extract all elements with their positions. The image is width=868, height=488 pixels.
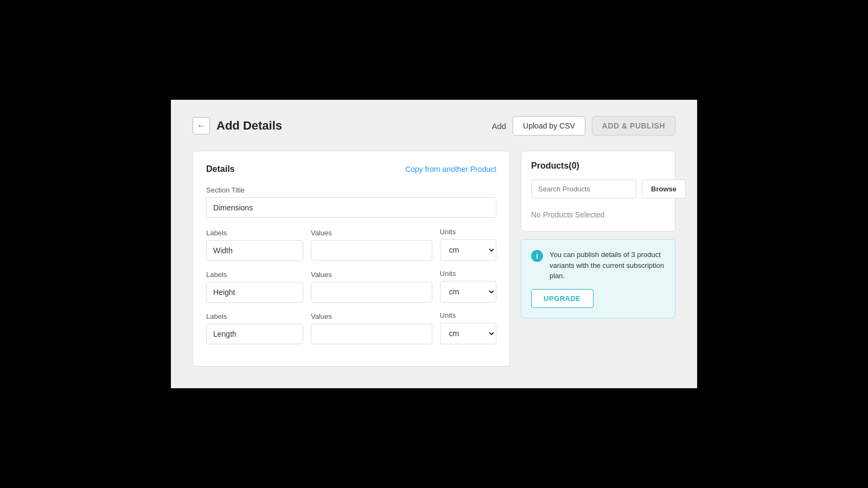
labels-label-1: Labels	[206, 229, 303, 237]
units-field-width: Units cm mm in ft	[440, 228, 496, 261]
units-label-1: Units	[440, 228, 496, 236]
copy-from-product-link[interactable]: Copy from another Product	[405, 165, 496, 174]
top-bar-right: Add Upload by CSV ADD & PUBLISH	[492, 116, 675, 136]
values-label-3: Values	[311, 312, 432, 320]
top-bar: ← Add Details Add Upload by CSV ADD & PU…	[193, 116, 675, 136]
row-width-fields: Labels Values Units cm mm in ft	[206, 228, 496, 261]
unit-select-length[interactable]: cm mm in ft	[440, 323, 496, 344]
unit-select-width[interactable]: cm mm in ft	[440, 239, 496, 261]
labels-label-3: Labels	[206, 312, 303, 320]
values-field-length: Values	[311, 312, 432, 344]
products-box: Products(0) Browse No Products Selected	[521, 151, 675, 232]
value-input-height[interactable]	[311, 282, 432, 303]
units-field-height: Units cm mm in ft	[440, 269, 496, 303]
top-bar-left: ← Add Details	[193, 117, 282, 134]
values-label-2: Values	[311, 271, 432, 279]
info-icon: i	[531, 250, 543, 262]
labels-label-2: Labels	[206, 271, 303, 279]
label-field-length: Labels	[206, 312, 303, 344]
row-height: Labels Values Units cm mm in ft	[206, 269, 496, 303]
back-button[interactable]: ←	[193, 117, 210, 134]
value-input-width[interactable]	[311, 240, 432, 261]
section-title-field-group: Section Title	[206, 186, 496, 218]
details-panel: Details Copy from another Product Sectio…	[193, 151, 510, 367]
upload-csv-button[interactable]: Upload by CSV	[513, 116, 585, 136]
units-field-length: Units cm mm in ft	[440, 311, 496, 344]
upgrade-button[interactable]: UPGRADE	[531, 289, 593, 308]
upgrade-message-text: You can publish details of 3 product var…	[550, 249, 665, 281]
values-field-height: Values	[311, 271, 432, 303]
products-panel: Products(0) Browse No Products Selected …	[521, 151, 675, 367]
label-field-width: Labels	[206, 229, 303, 261]
section-title-input[interactable]	[206, 197, 496, 218]
label-input-height[interactable]	[206, 282, 303, 303]
section-title-label: Section Title	[206, 186, 496, 194]
upgrade-box: i You can publish details of 3 product v…	[521, 239, 675, 318]
search-browse-row: Browse	[531, 179, 665, 198]
label-input-length[interactable]	[206, 324, 303, 344]
row-length: Labels Values Units cm mm in ft	[206, 311, 496, 344]
units-label-2: Units	[440, 269, 496, 278]
values-label-1: Values	[311, 229, 432, 237]
search-products-input[interactable]	[531, 179, 636, 198]
label-input-width[interactable]	[206, 240, 303, 261]
row-length-fields: Labels Values Units cm mm in ft	[206, 311, 496, 344]
page-title: Add Details	[216, 119, 282, 133]
label-field-height: Labels	[206, 271, 303, 303]
products-title: Products(0)	[531, 161, 665, 171]
main-content: Details Copy from another Product Sectio…	[193, 151, 675, 367]
no-products-text: No Products Selected	[531, 207, 665, 221]
add-publish-button[interactable]: ADD & PUBLISH	[592, 116, 675, 136]
row-height-fields: Labels Values Units cm mm in ft	[206, 269, 496, 303]
value-input-length[interactable]	[311, 324, 432, 344]
details-panel-header: Details Copy from another Product	[206, 164, 496, 174]
units-label-3: Units	[440, 311, 496, 319]
browse-button[interactable]: Browse	[642, 179, 686, 198]
details-section-label: Details	[206, 164, 234, 174]
unit-select-height[interactable]: cm mm in ft	[440, 281, 496, 303]
upgrade-message-row: i You can publish details of 3 product v…	[531, 249, 665, 281]
add-label: Add	[492, 121, 506, 131]
row-width: Labels Values Units cm mm in ft	[206, 228, 496, 261]
values-field-width: Values	[311, 229, 432, 261]
